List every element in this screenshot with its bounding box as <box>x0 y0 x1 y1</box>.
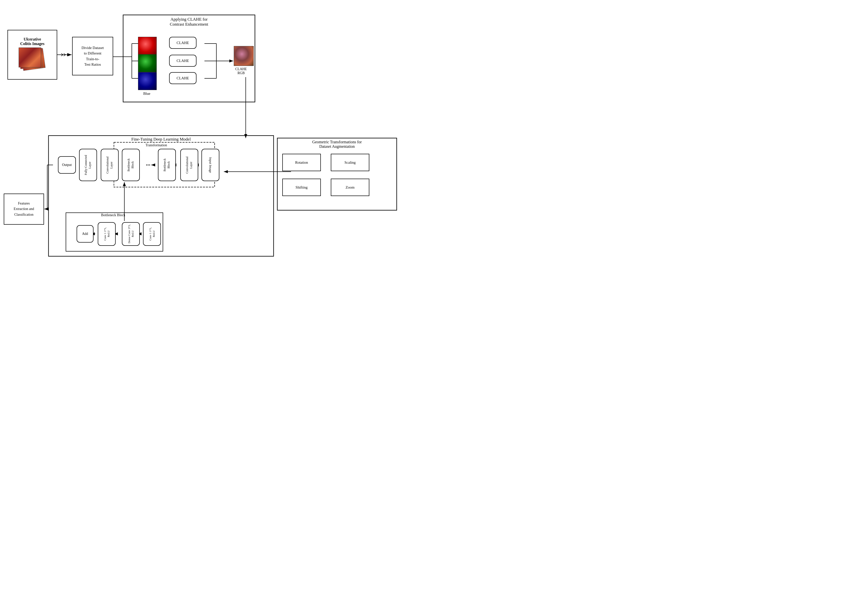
dense-conv-label: Dense Conv 3*3,ReLU <box>127 225 134 244</box>
shifting-box: Shifting <box>282 179 321 196</box>
rotation-label: Rotation <box>295 161 308 165</box>
conv11-2-box: Conv 1 1*1,ReLU <box>143 222 161 246</box>
clahe-rgb-image <box>234 46 254 66</box>
clahe-section-title: Applying CLAHE forContrast Enhancement <box>123 17 255 27</box>
rotation-box: Rotation <box>282 154 321 171</box>
add-label: Add <box>82 232 88 236</box>
blue-channel-image <box>138 72 157 90</box>
conv11-2-label: Conv 1 1*1,ReLU <box>148 227 156 240</box>
ulcerative-colitis-box: UlcerativeColitis Images <box>8 30 57 80</box>
bottleneck-block-detail-title: Bottleneck Block <box>88 213 138 217</box>
divide-dataset-box: Divide Datasetto DifferentTrain-to-Test … <box>72 37 113 75</box>
clahe-box-1: CLAHE <box>169 37 196 49</box>
bottleneck-block-1-box: BottleneckBlock <box>158 149 176 181</box>
input-image-box: Input Image <box>201 149 219 181</box>
input-image-label: Input Image <box>209 157 212 173</box>
conv-layer-1-box: ConvolutionalLayer <box>180 149 198 181</box>
fully-connected-box: Fully-ConnectedLayer <box>79 149 97 181</box>
bottleneck-block-2-label: BottleneckBlock <box>127 158 134 172</box>
fine-tuning-title: Fine-Tuning Deep Learning Model <box>48 137 274 142</box>
blue-label: Blue <box>143 92 150 96</box>
shifting-label: Shifting <box>296 185 307 190</box>
main-diagram: UlcerativeColitis Images Divide Datasett… <box>0 0 434 308</box>
features-box: FeaturesExtraction andClassification <box>4 194 44 225</box>
svg-line-4 <box>61 53 63 55</box>
divide-dataset-label: Divide Datasetto DifferentTrain-to-Test … <box>82 45 104 67</box>
output-box: Output <box>58 156 76 174</box>
fully-connected-label: Fully-ConnectedLayer <box>84 155 92 175</box>
scaling-box: Scaling <box>331 154 369 171</box>
conv-layer-1-label: ConvolutionalLayer <box>185 156 193 174</box>
ulcerative-colitis-label: UlcerativeColitis Images <box>20 37 44 46</box>
features-label: FeaturesExtraction andClassification <box>14 201 34 217</box>
geometric-section-title: Geometric Transformations forDataset Aug… <box>277 140 397 149</box>
transformation-label: Transformation <box>145 143 167 147</box>
conv11-1-label: Conv 1 1*1,ReLU <box>103 227 111 240</box>
green-channel-image <box>138 54 157 72</box>
red-channel-image <box>138 37 157 55</box>
clahe-3-label: CLAHE <box>176 76 189 80</box>
add-box: Add <box>76 225 94 243</box>
bottleneck-block-1-label: BottleneckBlock <box>163 158 171 172</box>
clahe-box-2: CLAHE <box>169 55 196 67</box>
dots-separator: ··· <box>142 149 154 181</box>
conv-layer-2-label: ConvolutionalLayer <box>106 156 114 174</box>
dense-conv-box: Dense Conv 3*3,ReLU <box>122 222 140 246</box>
output-label: Output <box>62 163 72 167</box>
bottleneck-block-2-box: BottleneckBlock <box>122 149 140 181</box>
zoom-label: Zoom <box>346 185 355 190</box>
clahe-rgb-label: CLAHERGB <box>235 67 247 75</box>
conv-layer-2-box: ConvolutionalLayer <box>101 149 118 181</box>
scaling-label: Scaling <box>344 161 356 165</box>
svg-line-6 <box>64 53 65 55</box>
svg-rect-36 <box>277 138 397 210</box>
svg-line-7 <box>64 55 65 56</box>
conv11-1-box: Conv 1 1*1,ReLU <box>98 222 116 246</box>
zoom-box: Zoom <box>331 179 369 196</box>
clahe-box-3: CLAHE <box>169 72 196 84</box>
clahe-2-label: CLAHE <box>176 59 189 63</box>
svg-line-5 <box>61 55 63 56</box>
clahe-1-label: CLAHE <box>176 41 189 45</box>
